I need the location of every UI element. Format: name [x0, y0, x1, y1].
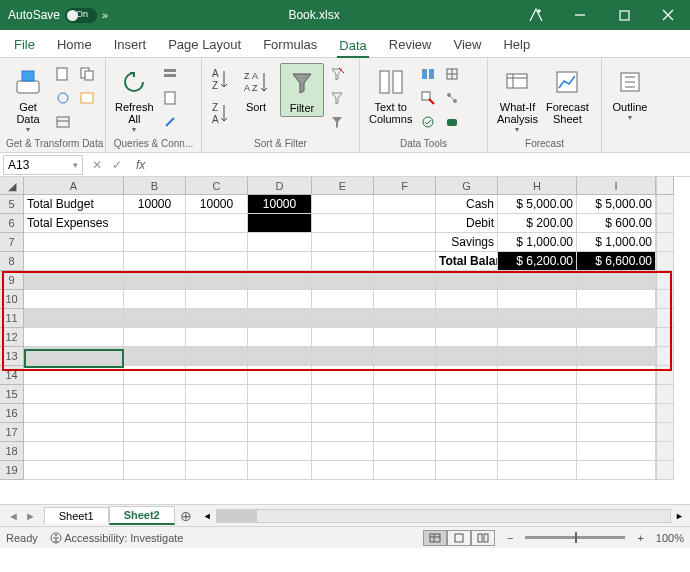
cell-F12[interactable]	[374, 328, 436, 347]
cell-E5[interactable]	[312, 195, 374, 214]
zoom-out-button[interactable]: −	[507, 532, 513, 544]
cell-G18[interactable]	[436, 442, 498, 461]
cell-F14[interactable]	[374, 366, 436, 385]
cell-C7[interactable]	[186, 233, 248, 252]
cell-E18[interactable]	[312, 442, 374, 461]
cell-I14[interactable]	[577, 366, 656, 385]
col-header-G[interactable]: G	[436, 177, 498, 195]
tab-home[interactable]: Home	[55, 33, 94, 57]
cell-F19[interactable]	[374, 461, 436, 480]
cell-C10[interactable]	[186, 290, 248, 309]
cell-F7[interactable]	[374, 233, 436, 252]
cell-A17[interactable]	[24, 423, 124, 442]
filter-button[interactable]: Filter	[280, 63, 324, 117]
cell-A18[interactable]	[24, 442, 124, 461]
sheet-area[interactable]: ◢ABCDEFGHI5Total Budget100001000010000Ca…	[0, 177, 690, 504]
hscroll-right-icon[interactable]: ►	[675, 511, 684, 521]
zoom-level[interactable]: 100%	[656, 532, 684, 544]
cell-F8[interactable]	[374, 252, 436, 271]
cell-I7[interactable]: $ 1,000.00	[577, 233, 656, 252]
cell-C15[interactable]	[186, 385, 248, 404]
cell-B17[interactable]	[124, 423, 186, 442]
whatif-button[interactable]: What-If Analysis ▾	[494, 63, 541, 136]
cell-G11[interactable]	[436, 309, 498, 328]
cell-I19[interactable]	[577, 461, 656, 480]
cell-H13[interactable]	[498, 347, 577, 366]
sort-asc-button[interactable]: AZ	[208, 63, 232, 95]
from-web-button[interactable]	[52, 87, 74, 109]
cell-B19[interactable]	[124, 461, 186, 480]
cancel-icon[interactable]: ✕	[92, 158, 102, 172]
cell-E13[interactable]	[312, 347, 374, 366]
consolidate-button[interactable]	[441, 63, 463, 85]
cell-A11[interactable]	[24, 309, 124, 328]
cell-D6[interactable]	[248, 214, 312, 233]
row-header-14[interactable]: 14	[0, 366, 24, 385]
cell-C18[interactable]	[186, 442, 248, 461]
cell-H6[interactable]: $ 200.00	[498, 214, 577, 233]
cell-G10[interactable]	[436, 290, 498, 309]
relationships-button[interactable]	[441, 87, 463, 109]
quick-search-icon[interactable]	[514, 0, 558, 30]
cell-E12[interactable]	[312, 328, 374, 347]
hscroll-thumb[interactable]	[217, 510, 257, 522]
vscroll-19[interactable]	[656, 461, 674, 480]
cell-A6[interactable]: Total Expenses	[24, 214, 124, 233]
tab-formulas[interactable]: Formulas	[261, 33, 319, 57]
cell-B18[interactable]	[124, 442, 186, 461]
cell-F15[interactable]	[374, 385, 436, 404]
fx-icon[interactable]: fx	[136, 158, 145, 172]
cell-I15[interactable]	[577, 385, 656, 404]
cell-G9[interactable]	[436, 271, 498, 290]
tab-view[interactable]: View	[451, 33, 483, 57]
vscroll-15[interactable]	[656, 385, 674, 404]
cell-G19[interactable]	[436, 461, 498, 480]
cell-A14[interactable]	[24, 366, 124, 385]
col-header-E[interactable]: E	[312, 177, 374, 195]
row-header-13[interactable]: 13	[0, 347, 24, 366]
flash-fill-button[interactable]	[417, 63, 439, 85]
cell-F13[interactable]	[374, 347, 436, 366]
cell-D15[interactable]	[248, 385, 312, 404]
cell-F9[interactable]	[374, 271, 436, 290]
cell-A5[interactable]: Total Budget	[24, 195, 124, 214]
cell-B16[interactable]	[124, 404, 186, 423]
refresh-all-button[interactable]: Refresh All ▾	[112, 63, 157, 136]
minimize-button[interactable]	[558, 0, 602, 30]
cell-D12[interactable]	[248, 328, 312, 347]
recent-sources-button[interactable]	[76, 63, 98, 85]
vscroll-14[interactable]	[656, 366, 674, 385]
col-header-I[interactable]: I	[577, 177, 656, 195]
cell-A10[interactable]	[24, 290, 124, 309]
cell-E17[interactable]	[312, 423, 374, 442]
cell-H12[interactable]	[498, 328, 577, 347]
cell-H19[interactable]	[498, 461, 577, 480]
row-header-6[interactable]: 6	[0, 214, 24, 233]
cell-H8[interactable]: $ 6,200.00	[498, 252, 577, 271]
vscroll-6[interactable]	[656, 214, 674, 233]
sheet-tab-1[interactable]: Sheet1	[44, 507, 109, 524]
cell-D13[interactable]	[248, 347, 312, 366]
cell-C6[interactable]	[186, 214, 248, 233]
cell-I16[interactable]	[577, 404, 656, 423]
cell-B5[interactable]: 10000	[124, 195, 186, 214]
advanced-button[interactable]	[326, 111, 348, 133]
cell-I13[interactable]	[577, 347, 656, 366]
existing-conn-button[interactable]	[76, 87, 98, 109]
cell-B10[interactable]	[124, 290, 186, 309]
cell-G8[interactable]: Total Balance:	[436, 252, 498, 271]
cell-H9[interactable]	[498, 271, 577, 290]
cell-D11[interactable]	[248, 309, 312, 328]
cell-F6[interactable]	[374, 214, 436, 233]
accessibility-status[interactable]: Accessibility: Investigate	[50, 532, 184, 544]
cell-I12[interactable]	[577, 328, 656, 347]
row-header-5[interactable]: 5	[0, 195, 24, 214]
cell-E15[interactable]	[312, 385, 374, 404]
cell-B6[interactable]	[124, 214, 186, 233]
cell-H16[interactable]	[498, 404, 577, 423]
tab-help[interactable]: Help	[501, 33, 532, 57]
cell-B9[interactable]	[124, 271, 186, 290]
cell-F11[interactable]	[374, 309, 436, 328]
cell-D5[interactable]: 10000	[248, 195, 312, 214]
hscroll-track[interactable]	[216, 509, 671, 523]
